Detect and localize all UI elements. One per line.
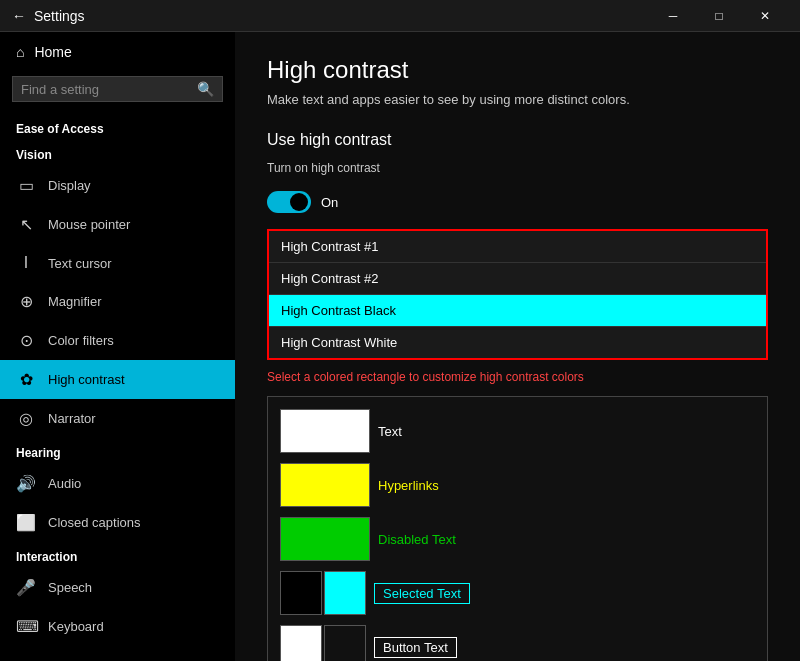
sidebar-item-high-contrast[interactable]: ✿ High contrast xyxy=(0,360,235,399)
speech-icon: 🎤 xyxy=(16,578,36,597)
hyperlinks-color-label: Hyperlinks xyxy=(378,478,439,493)
section-title: Use high contrast xyxy=(267,131,768,149)
display-icon: ▭ xyxy=(16,176,36,195)
mouse-pointer-icon: ↖ xyxy=(16,215,36,234)
page-title: High contrast xyxy=(267,56,768,84)
sidebar-item-audio-label: Audio xyxy=(48,476,81,491)
sidebar-item-text-cursor[interactable]: I Text cursor xyxy=(0,244,235,282)
narrator-icon: ◎ xyxy=(16,409,36,428)
selected-text-swatch-pair xyxy=(280,571,366,615)
button-text-swatch-pair xyxy=(280,625,366,661)
selected-text-swatch-black[interactable] xyxy=(280,571,322,615)
sidebar-item-narrator-label: Narrator xyxy=(48,411,96,426)
sidebar-item-mouse-pointer-label: Mouse pointer xyxy=(48,217,130,232)
text-cursor-icon: I xyxy=(16,254,36,272)
toggle-state-label: On xyxy=(321,195,338,210)
toggle-pre-label: Turn on high contrast xyxy=(267,161,380,175)
toggle-knob xyxy=(290,193,308,211)
disabled-text-color-swatch[interactable] xyxy=(280,517,370,561)
search-input[interactable] xyxy=(21,82,191,97)
theme-item-3[interactable]: High Contrast Black xyxy=(269,294,766,326)
sidebar-item-audio[interactable]: 🔊 Audio xyxy=(0,464,235,503)
vision-section-label: Vision xyxy=(0,140,235,166)
sidebar-item-keyboard[interactable]: ⌨ Keyboard xyxy=(0,607,235,646)
sidebar: ⌂ Home 🔍 Ease of Access Vision ▭ Display… xyxy=(0,32,235,661)
interaction-section-label: Interaction xyxy=(0,542,235,568)
toggle-on-row: On xyxy=(267,191,768,213)
theme-item-4[interactable]: High Contrast White xyxy=(269,326,766,358)
color-row-text: Text xyxy=(280,409,755,453)
home-label: Home xyxy=(34,44,71,60)
sidebar-item-speech-label: Speech xyxy=(48,580,92,595)
back-button[interactable]: ← xyxy=(12,8,26,24)
magnifier-icon: ⊕ xyxy=(16,292,36,311)
closed-captions-icon: ⬜ xyxy=(16,513,36,532)
maximize-button[interactable]: □ xyxy=(696,0,742,32)
theme-item-1[interactable]: High Contrast #1 xyxy=(269,231,766,262)
title-bar-controls: ─ □ ✕ xyxy=(650,0,788,32)
sidebar-item-text-cursor-label: Text cursor xyxy=(48,256,112,271)
sidebar-item-display[interactable]: ▭ Display xyxy=(0,166,235,205)
sidebar-search-box[interactable]: 🔍 xyxy=(12,76,223,102)
hearing-section-label: Hearing xyxy=(0,438,235,464)
minimize-button[interactable]: ─ xyxy=(650,0,696,32)
ease-of-access-label: Ease of Access xyxy=(0,114,235,140)
selected-text-swatch-cyan[interactable] xyxy=(324,571,366,615)
high-contrast-toggle[interactable] xyxy=(267,191,311,213)
content-area: High contrast Make text and apps easier … xyxy=(235,32,800,661)
color-filters-icon: ⊙ xyxy=(16,331,36,350)
button-text-label: Button Text xyxy=(374,637,457,658)
sidebar-item-closed-captions-label: Closed captions xyxy=(48,515,141,530)
high-contrast-icon: ✿ xyxy=(16,370,36,389)
audio-icon: 🔊 xyxy=(16,474,36,493)
color-row-disabled-text: Disabled Text xyxy=(280,517,755,561)
home-icon: ⌂ xyxy=(16,44,24,60)
button-text-swatch-white[interactable] xyxy=(280,625,322,661)
page-subtitle: Make text and apps easier to see by usin… xyxy=(267,92,768,107)
sidebar-item-home[interactable]: ⌂ Home xyxy=(0,32,235,72)
sidebar-item-speech[interactable]: 🎤 Speech xyxy=(0,568,235,607)
sidebar-item-magnifier-label: Magnifier xyxy=(48,294,101,309)
hyperlinks-color-swatch[interactable] xyxy=(280,463,370,507)
sidebar-item-magnifier[interactable]: ⊕ Magnifier xyxy=(0,282,235,321)
main-layout: ⌂ Home 🔍 Ease of Access Vision ▭ Display… xyxy=(0,32,800,661)
sidebar-item-keyboard-label: Keyboard xyxy=(48,619,104,634)
title-bar-left: ← Settings xyxy=(12,8,85,24)
window-title: Settings xyxy=(34,8,85,24)
color-boxes: Text Hyperlinks Disabled Text Selected T… xyxy=(267,396,768,661)
keyboard-icon: ⌨ xyxy=(16,617,36,636)
sidebar-item-color-filters[interactable]: ⊙ Color filters xyxy=(0,321,235,360)
title-bar: ← Settings ─ □ ✕ xyxy=(0,0,800,32)
sidebar-item-mouse-pointer[interactable]: ↖ Mouse pointer xyxy=(0,205,235,244)
text-color-swatch[interactable] xyxy=(280,409,370,453)
button-text-swatch-dark[interactable] xyxy=(324,625,366,661)
sidebar-item-closed-captions[interactable]: ⬜ Closed captions xyxy=(0,503,235,542)
close-button[interactable]: ✕ xyxy=(742,0,788,32)
toggle-row: Turn on high contrast xyxy=(267,161,768,175)
color-row-selected-text: Selected Text xyxy=(280,571,755,615)
sidebar-item-narrator[interactable]: ◎ Narrator xyxy=(0,399,235,438)
hint-text: Select a colored rectangle to customize … xyxy=(267,370,768,384)
disabled-text-color-label: Disabled Text xyxy=(378,532,456,547)
text-color-label: Text xyxy=(378,424,402,439)
sidebar-item-color-filters-label: Color filters xyxy=(48,333,114,348)
color-row-hyperlinks: Hyperlinks xyxy=(280,463,755,507)
selected-text-label: Selected Text xyxy=(374,583,470,604)
theme-list: High Contrast #1 High Contrast #2 High C… xyxy=(267,229,768,360)
search-icon: 🔍 xyxy=(197,81,214,97)
theme-item-2[interactable]: High Contrast #2 xyxy=(269,262,766,294)
color-row-button-text: Button Text xyxy=(280,625,755,661)
sidebar-item-display-label: Display xyxy=(48,178,91,193)
sidebar-item-high-contrast-label: High contrast xyxy=(48,372,125,387)
